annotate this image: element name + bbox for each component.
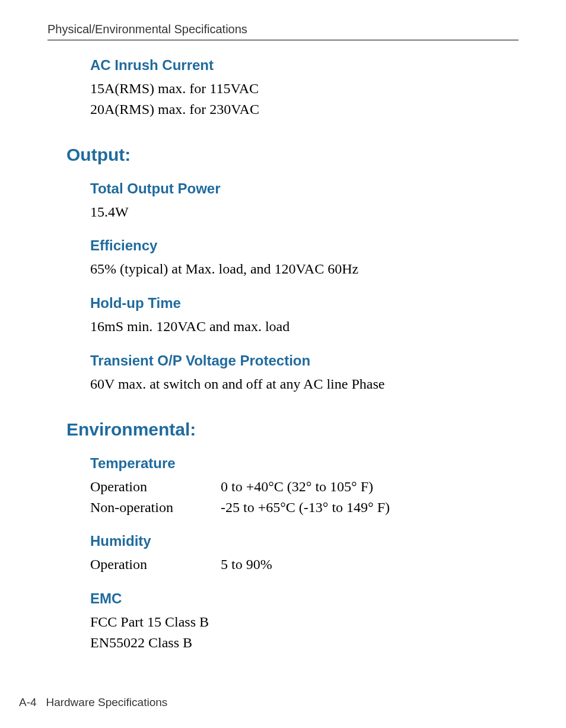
heading-holdup: Hold-up Time — [90, 295, 519, 311]
emc-line-1: FCC Part 15 Class B — [90, 612, 519, 632]
section-environmental: Temperature Operation 0 to +40°C (32° to… — [90, 455, 519, 653]
humidity-operation-value: 5 to 90% — [221, 554, 272, 575]
ac-inrush-line-1: 15A(RMS) max. for 115VAC — [90, 78, 519, 99]
emc-line-2: EN55022 Class B — [90, 632, 519, 653]
section-output: Total Output Power 15.4W Efficiency 65% … — [90, 180, 519, 395]
humidity-row: Operation 5 to 90% — [90, 554, 519, 575]
page-footer: A-4 Hardware Specifications — [19, 696, 167, 709]
holdup-value: 16mS min. 120VAC and max. load — [90, 316, 519, 337]
temp-operation-row: Operation 0 to +40°C (32° to 105° F) — [90, 476, 519, 497]
temp-operation-label: Operation — [90, 476, 221, 497]
temp-operation-value: 0 to +40°C (32° to 105° F) — [221, 476, 373, 497]
efficiency-value: 65% (typical) at Max. load, and 120VAC 6… — [90, 259, 519, 279]
heading-temperature: Temperature — [90, 455, 519, 472]
heading-emc: EMC — [90, 590, 519, 607]
transient-value: 60V max. at switch on and off at any AC … — [90, 374, 519, 395]
ac-inrush-line-2: 20A(RMS) max. for 230VAC — [90, 99, 519, 120]
page-number: A-4 — [19, 696, 37, 708]
heading-transient: Transient O/P Voltage Protection — [90, 352, 519, 369]
heading-humidity: Humidity — [90, 533, 519, 549]
heading-environmental: Environmental: — [66, 419, 519, 440]
temp-nonop-label: Non-operation — [90, 497, 221, 518]
footer-label: Hardware Specifications — [46, 696, 167, 708]
section-ac-inrush: AC Inrush Current 15A(RMS) max. for 115V… — [90, 57, 519, 120]
heading-efficiency: Efficiency — [90, 237, 519, 254]
total-power-value: 15.4W — [90, 202, 519, 222]
page: Physical/Environmental Specifications AC… — [0, 0, 566, 728]
humidity-operation-label: Operation — [90, 554, 221, 575]
heading-output: Output: — [66, 145, 519, 165]
heading-total-power: Total Output Power — [90, 180, 519, 197]
temp-nonop-row: Non-operation -25 to +65°C (-13° to 149°… — [90, 497, 519, 518]
page-header: Physical/Environmental Specifications — [47, 23, 519, 40]
temp-nonop-value: -25 to +65°C (-13° to 149° F) — [221, 497, 390, 518]
heading-ac-inrush: AC Inrush Current — [90, 57, 519, 74]
